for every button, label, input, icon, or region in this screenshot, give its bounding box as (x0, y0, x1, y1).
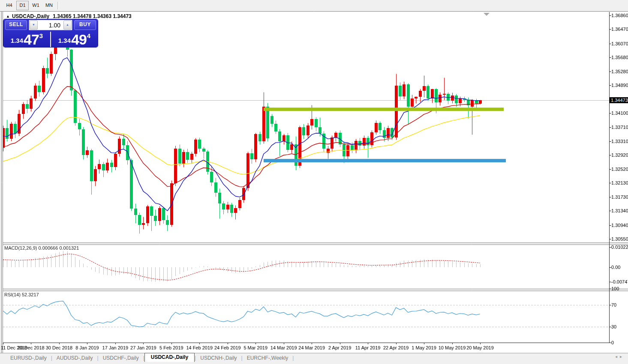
price-axis-label: 1.30550 (611, 236, 628, 242)
timeframe-button-h4[interactable]: H4 (3, 1, 15, 10)
symbol-tab-bar: EURUSD-,Daily|AUDUSD-,Daily|USDCHF-,Dail… (0, 353, 628, 362)
price-axis-label: 1.36860 (611, 13, 628, 18)
date-axis-label: 2 Apr 2019 (328, 345, 351, 350)
macd-axis-label: -0.007477 (611, 279, 628, 284)
price-axis-label: 1.35680 (611, 55, 628, 60)
date-axis-label: 20 Dec 2018 (18, 345, 44, 350)
symbol-name: USDCAD-,Daily (12, 13, 49, 19)
price-axis-label: 1.35280 (611, 69, 628, 74)
tab-usdcad[interactable]: USDCAD-,Daily (144, 353, 195, 362)
buy-quote[interactable]: 1.34494 (51, 31, 98, 47)
price-axis-label: 1.34100 (611, 110, 628, 116)
tab-scroll-left-icon[interactable]: ◂ (615, 354, 620, 359)
price-axis-label: 1.30940 (611, 223, 628, 228)
price-axis-label: 1.31730 (611, 194, 628, 200)
rsi-axis-label: 0 (611, 340, 614, 345)
date-axis-label: 22 Apr 2019 (383, 345, 409, 350)
date-axis-label: 8 Jan 2019 (75, 345, 99, 350)
date-axis-label: 1 May 2019 (412, 345, 436, 350)
tab-usdcnh[interactable]: USDCNH-,Daily (196, 354, 241, 362)
tab-scroll-arrows: ◂▸ (615, 354, 625, 359)
date-axis-label: 5 Mar 2019 (243, 345, 267, 350)
date-axis-label: 24 Mar 2019 (298, 345, 325, 350)
one-click-trading-panel: SELL ▼ ▲ BUY 1.34473 1.34494 (3, 19, 98, 47)
price-axis-label: 1.34890 (611, 83, 628, 88)
date-axis-label: 30 Dec 2018 (46, 345, 72, 350)
sell-price-big: 47 (24, 33, 39, 45)
price-axis-label: 1.36470 (611, 27, 628, 32)
tab-separator: | (292, 355, 294, 361)
tab-scroll-right-icon[interactable]: ▸ (620, 354, 625, 359)
price-axis-label: 1.33310 (611, 139, 628, 144)
price-axis-label: 1.32130 (611, 180, 628, 185)
chart-title: ▲USDCAD-,Daily1.34365 1.34478 1.34363 1.… (6, 13, 132, 19)
price-axis-label: 1.32520 (611, 167, 628, 172)
date-axis-label: 11 Apr 2019 (355, 345, 381, 350)
date-axis-label: 27 Jan 2019 (130, 345, 156, 350)
volume-stepper: ▼ ▲ (29, 20, 72, 30)
date-axis-label: 20 May 2019 (466, 345, 494, 350)
buy-button[interactable]: BUY (74, 20, 96, 30)
volume-increase-button[interactable]: ▲ (63, 21, 72, 30)
trade-panel-quotes: 1.34473 1.34494 (3, 31, 98, 47)
toolbar-separator (57, 2, 59, 9)
price-axis-label: 1.36070 (611, 41, 628, 46)
rsi-axis-label: 70 (611, 302, 616, 307)
sell-button[interactable]: SELL (5, 20, 27, 30)
macd-axis-label: 0.00 (611, 265, 620, 270)
sell-price-small: 1.34 (11, 37, 23, 44)
sell-quote[interactable]: 1.34473 (3, 31, 50, 47)
trade-panel-top-row: SELL ▼ ▲ BUY (3, 19, 98, 31)
date-axis-label: 14 Mar 2019 (270, 345, 297, 350)
buy-price-small: 1.34 (58, 37, 71, 44)
date-axis-label: 10 May 2019 (439, 345, 466, 350)
rsi-axis-label: 30 (611, 324, 616, 329)
rsi-axis-label: 100 (611, 286, 619, 291)
chart-canvas[interactable] (0, 0, 628, 364)
macd-axis-label: 0.010229 (611, 245, 628, 250)
timeframe-toolbar: H4D1W1MN (0, 0, 628, 11)
date-axis-label: 24 Feb 2019 (214, 345, 241, 350)
tab-audusd[interactable]: AUDUSD-,Daily (52, 354, 97, 362)
timeframe-button-d1[interactable]: D1 (16, 1, 29, 10)
tab-eurusd[interactable]: EURUSD-,Daily (6, 354, 51, 362)
price-axis-label: 1.31340 (611, 208, 628, 213)
timeframe-button-mn[interactable]: MN (43, 1, 55, 10)
collapse-arrow-icon[interactable]: ▲ (6, 14, 10, 18)
price-axis-label: 1.32920 (611, 152, 628, 158)
buy-price-big: 49 (71, 33, 87, 45)
tab-eurchf[interactable]: EURCHF-,Weekly (243, 354, 292, 362)
buy-price-sup: 4 (87, 32, 90, 39)
macd-indicator-label: MACD(12,26,9) 0.000666 0.001321 (4, 245, 79, 251)
price-axis-label: 1.33710 (611, 125, 628, 130)
date-axis-label: 14 Feb 2019 (186, 345, 213, 350)
tab-usdchf[interactable]: USDCHF-,Daily (99, 354, 143, 362)
ohlc-values: 1.34365 1.34478 1.34363 1.34473 (53, 13, 132, 19)
date-axis-label: 17 Jan 2019 (102, 345, 129, 350)
timeframe-button-w1[interactable]: W1 (30, 1, 42, 10)
volume-decrease-button[interactable]: ▼ (30, 21, 38, 30)
sell-price-sup: 3 (39, 32, 43, 39)
rsi-indicator-label: RSI(14) 52.3217 (4, 292, 39, 297)
volume-input[interactable] (38, 21, 63, 29)
current-price-tag: 1.34473 (610, 97, 628, 103)
date-axis-label: 5 Feb 2019 (159, 345, 183, 350)
